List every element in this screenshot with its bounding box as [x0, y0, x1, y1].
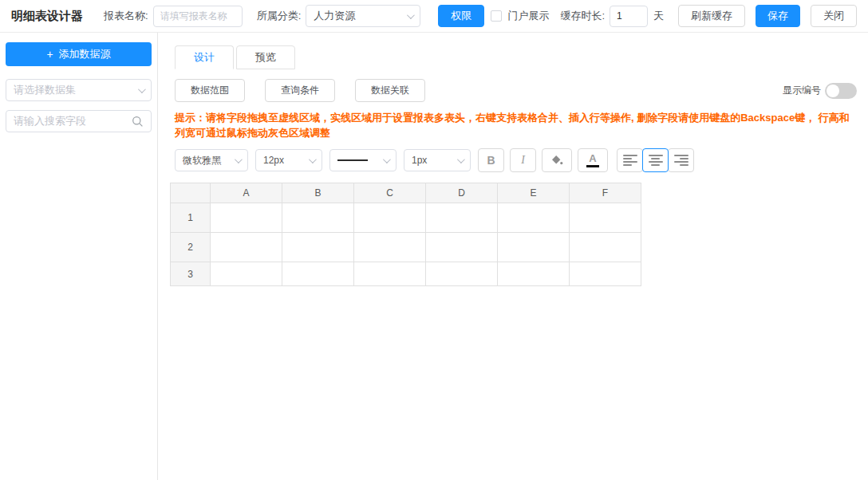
add-datasource-label: 添加数据源	[59, 47, 111, 61]
tab-bar: 设计 预览	[175, 45, 857, 69]
column-header-B[interactable]: B	[282, 183, 354, 203]
report-name-input[interactable]	[153, 6, 243, 27]
permission-button[interactable]: 权限	[438, 5, 484, 27]
report-name-label: 报表名称:	[104, 9, 148, 23]
category-value: 人力资源	[314, 9, 355, 23]
column-header-D[interactable]: D	[426, 183, 498, 203]
grid-cell-A1[interactable]	[211, 203, 282, 233]
paint-bucket-icon	[550, 155, 564, 166]
tab-design[interactable]: 设计	[175, 45, 234, 69]
category-label: 所属分类:	[257, 9, 302, 23]
data-range-button[interactable]: 数据范围	[175, 79, 245, 102]
font-family-value: 微软雅黑	[183, 154, 221, 167]
query-condition-button[interactable]: 查询条件	[265, 79, 335, 102]
show-number-label: 显示编号	[783, 84, 821, 97]
page-title: 明细表设计器	[11, 9, 83, 24]
grid-cell-E1[interactable]	[498, 203, 570, 233]
design-grid: ABCDEF123	[170, 183, 641, 286]
top-toolbar: 明细表设计器 报表名称: 所属分类: 人力资源 权限 门户展示 缓存时长: 天 …	[0, 0, 868, 33]
show-number-control: 显示编号	[783, 83, 857, 99]
grid-cell-E2[interactable]	[498, 233, 570, 262]
dataset-select[interactable]: 请选择数据集	[6, 79, 152, 101]
align-right-button[interactable]	[668, 148, 694, 172]
field-search-input[interactable]: 请输入搜索字段	[6, 110, 152, 132]
italic-icon: I	[521, 154, 525, 167]
cache-unit-label: 天	[653, 9, 664, 23]
portal-display-label: 门户展示	[507, 9, 549, 23]
border-width-value: 1px	[412, 155, 427, 166]
italic-button[interactable]: I	[510, 148, 536, 172]
dataset-placeholder: 请选择数据集	[14, 83, 76, 97]
column-header-C[interactable]: C	[354, 183, 426, 203]
grid-cell-A2[interactable]	[211, 233, 282, 262]
font-size-select[interactable]: 12px	[255, 149, 322, 171]
align-left-button[interactable]	[617, 148, 643, 172]
grid-cell-B3[interactable]	[282, 262, 354, 286]
align-button-group	[617, 148, 694, 172]
chevron-down-icon	[138, 85, 146, 93]
add-datasource-button[interactable]: + 添加数据源	[6, 42, 152, 66]
grid-cell-B1[interactable]	[282, 203, 354, 233]
font-color-button[interactable]: A	[578, 148, 608, 172]
font-color-bar	[586, 165, 599, 167]
align-right-icon	[674, 155, 688, 166]
font-color-icon: A	[589, 153, 596, 163]
close-button[interactable]: 关闭	[811, 5, 857, 27]
toggle-knob	[827, 85, 839, 97]
grid-cell-C1[interactable]	[354, 203, 426, 233]
design-panel: 设计 预览 数据范围 查询条件 数据关联 显示编号 提示：请将字段拖拽至虚线区域…	[159, 33, 868, 480]
chevron-down-icon	[407, 11, 415, 19]
grid-cell-F3[interactable]	[570, 262, 641, 286]
chevron-down-icon	[383, 155, 391, 163]
grid-area: ABCDEF123	[170, 183, 857, 286]
action-row: 数据范围 查询条件 数据关联 显示编号	[175, 79, 857, 102]
grid-cell-B2[interactable]	[282, 233, 354, 262]
row-header-1[interactable]: 1	[171, 203, 211, 233]
border-style-select[interactable]	[329, 149, 397, 171]
format-toolbar: 微软雅黑 12px 1px B I A	[175, 148, 857, 172]
bold-icon: B	[487, 154, 495, 167]
header-right-cluster: 门户展示 缓存时长: 天 刷新缓存 保存 关闭	[491, 5, 857, 27]
font-size-value: 12px	[263, 155, 284, 166]
column-header-E[interactable]: E	[498, 183, 570, 203]
grid-corner-cell[interactable]	[171, 183, 211, 203]
grid-cell-D2[interactable]	[426, 233, 498, 262]
grid-cell-C2[interactable]	[354, 233, 426, 262]
row-header-2[interactable]: 2	[171, 233, 211, 262]
field-search-placeholder: 请输入搜索字段	[14, 114, 86, 128]
grid-cell-D1[interactable]	[426, 203, 498, 233]
align-center-button[interactable]	[642, 148, 669, 172]
align-left-icon	[623, 155, 637, 166]
chevron-down-icon	[309, 155, 317, 163]
bold-button[interactable]: B	[478, 148, 504, 172]
portal-display-checkbox[interactable]	[491, 10, 502, 22]
plus-icon: +	[46, 48, 53, 61]
font-family-select[interactable]: 微软雅黑	[175, 149, 248, 171]
sidebar: + 添加数据源 请选择数据集 请输入搜索字段	[0, 33, 158, 480]
save-button[interactable]: 保存	[756, 5, 800, 27]
fill-color-button[interactable]	[542, 148, 572, 172]
align-center-icon	[649, 155, 663, 166]
grid-cell-A3[interactable]	[211, 262, 282, 286]
data-relation-button[interactable]: 数据关联	[355, 79, 425, 102]
row-header-3[interactable]: 3	[171, 262, 211, 286]
grid-cell-F2[interactable]	[570, 233, 641, 262]
cache-duration-input[interactable]	[610, 6, 648, 27]
column-header-F[interactable]: F	[570, 183, 641, 203]
chevron-down-icon	[235, 155, 243, 163]
search-icon	[132, 116, 144, 128]
grid-cell-E3[interactable]	[498, 262, 570, 286]
tab-preview[interactable]: 预览	[236, 45, 295, 69]
cache-duration-label: 缓存时长:	[560, 9, 605, 23]
chevron-down-icon	[457, 155, 465, 163]
grid-cell-C3[interactable]	[354, 262, 426, 286]
hint-text: 提示：请将字段拖拽至虚线区域，实线区域用于设置报表多表头，右键支持表格合并、插入…	[175, 110, 857, 140]
grid-cell-F1[interactable]	[570, 203, 641, 233]
category-select[interactable]: 人力资源	[306, 5, 420, 27]
show-number-toggle[interactable]	[825, 83, 857, 99]
border-width-select[interactable]: 1px	[404, 149, 471, 171]
column-header-A[interactable]: A	[211, 183, 282, 203]
grid-cell-D3[interactable]	[426, 262, 498, 286]
refresh-cache-button[interactable]: 刷新缓存	[678, 5, 745, 27]
line-style-icon	[337, 159, 368, 161]
